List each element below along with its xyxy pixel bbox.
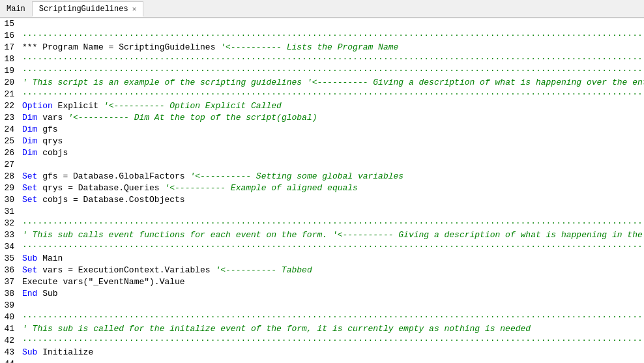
- code-line: 26Dim cobjs: [0, 147, 644, 159]
- tab-scripting-label: ScriptingGuidelines: [39, 5, 128, 14]
- line-content: Set cobjs = Database.CostObjects: [20, 194, 644, 206]
- tab-bar: Main ScriptingGuidelines ✕: [0, 0, 644, 18]
- line-number: 29: [0, 182, 20, 194]
- line-content: Set gfs = Database.GlobalFactors '<-----…: [20, 171, 644, 182]
- code-line: 38End Sub: [0, 288, 644, 300]
- code-line: 44: [0, 358, 644, 363]
- line-content: ' This script is an example of the scrip…: [20, 77, 644, 89]
- code-line: 35Sub Main: [0, 253, 644, 265]
- code-token: End: [22, 289, 37, 298]
- code-line: 21······································…: [0, 89, 644, 100]
- line-number: 23: [0, 112, 20, 124]
- code-token: vars = ExecutionContext.Variables: [37, 265, 210, 275]
- line-number: 19: [0, 65, 20, 77]
- code-token: qrys = Database.Queries: [37, 183, 159, 193]
- code-token: '<---------- Lists the Program Name: [215, 42, 398, 52]
- code-line: 43Sub Initialize: [0, 347, 644, 358]
- line-content: Set qrys = Database.Queries '<----------…: [20, 182, 644, 194]
- code-line: 42······································…: [0, 335, 644, 347]
- code-line: 15: [0, 18, 644, 30]
- line-number: 40: [0, 312, 20, 323]
- code-line: 16······································…: [0, 30, 644, 42]
- line-number: 44: [0, 358, 20, 363]
- line-content: ' This sub calls event functions for eac…: [20, 229, 644, 241]
- line-number: 21: [0, 89, 20, 100]
- line-content: ········································…: [20, 335, 644, 347]
- code-token: Initialize: [37, 347, 93, 357]
- line-content: Dim vars '<---------- Dim At the top of …: [20, 112, 644, 124]
- code-line: 30Set cobjs = Database.CostObjects: [0, 194, 644, 206]
- code-line: 18······································…: [0, 53, 644, 65]
- code-line: 31: [0, 206, 644, 218]
- line-number: 32: [0, 218, 20, 229]
- code-line: 32······································…: [0, 218, 644, 229]
- code-token: Explicit: [53, 101, 98, 111]
- code-line: 40······································…: [0, 312, 644, 323]
- code-line: 19······································…: [0, 65, 644, 77]
- code-line: 25Dim qrys: [0, 136, 644, 147]
- code-token: '<---------- Giving a description of wha…: [302, 78, 644, 87]
- line-content: End Sub: [20, 288, 644, 300]
- code-line: 28Set gfs = Database.GlobalFactors '<---…: [0, 171, 644, 182]
- line-number: 31: [0, 206, 20, 218]
- line-number: 18: [0, 53, 20, 65]
- line-content: ········································…: [20, 89, 644, 100]
- code-token: Dim: [22, 124, 37, 134]
- code-token: ' This sub is called for the initalize e…: [22, 324, 531, 334]
- line-number: 25: [0, 136, 20, 147]
- code-token: Dim: [22, 113, 37, 123]
- line-number: 38: [0, 288, 20, 300]
- code-token: Dim: [22, 136, 37, 146]
- code-line: 41' This sub is called for the initalize…: [0, 323, 644, 335]
- line-number: 39: [0, 300, 20, 312]
- code-line: 24Dim gfs: [0, 124, 644, 136]
- line-number: 15: [0, 18, 20, 30]
- code-line: 33' This sub calls event functions for e…: [0, 229, 644, 241]
- code-line: 29Set qrys = Database.Queries '<--------…: [0, 182, 644, 194]
- tab-scripting[interactable]: ScriptingGuidelines ✕: [32, 1, 143, 17]
- code-token: Set: [22, 195, 37, 205]
- code-token: Set: [22, 265, 37, 275]
- code-token: ' This script is an example of the scrip…: [22, 78, 302, 87]
- line-number: 16: [0, 30, 20, 42]
- line-content: Sub Main: [20, 253, 644, 265]
- tab-main[interactable]: Main: [0, 1, 32, 17]
- code-token: '<---------- Setting some global variabl…: [185, 171, 403, 181]
- code-token: Sub: [22, 347, 37, 357]
- code-line: 27: [0, 159, 644, 171]
- code-token: '<---------- Example of aligned equals: [160, 183, 358, 193]
- code-line: 39: [0, 300, 644, 312]
- line-number: 30: [0, 194, 20, 206]
- line-number: 26: [0, 147, 20, 159]
- code-token: Set: [22, 171, 37, 181]
- code-token: *** Program Name = ScriptingGuidelines: [22, 42, 215, 52]
- code-token: cobjs = Database.CostObjects: [37, 195, 184, 205]
- line-content: Dim qrys: [20, 136, 644, 147]
- line-content: Dim gfs: [20, 124, 644, 136]
- code-token: ' This sub calls event functions for eac…: [22, 230, 327, 240]
- code-token: Execute vars("_EventName").Value: [22, 277, 185, 287]
- code-token: cobjs: [37, 148, 68, 158]
- code-line: 20' This script is an example of the scr…: [0, 77, 644, 89]
- line-number: 33: [0, 229, 20, 241]
- code-line: 17*** Program Name = ScriptingGuidelines…: [0, 42, 644, 53]
- line-content: ' This sub is called for the initalize e…: [20, 323, 644, 335]
- code-token: '<---------- Giving a description of wha…: [327, 230, 644, 240]
- line-number: 34: [0, 241, 20, 253]
- code-token: '<---------- Dim At the top of the scrip…: [63, 113, 317, 123]
- line-content: Sub Initialize: [20, 347, 644, 358]
- code-token: qrys: [37, 136, 63, 146]
- line-number: 42: [0, 335, 20, 347]
- tab-close-icon[interactable]: ✕: [132, 5, 137, 13]
- line-content: ········································…: [20, 30, 644, 42]
- line-content: *** Program Name = ScriptingGuidelines '…: [20, 42, 644, 53]
- code-line: 34······································…: [0, 241, 644, 253]
- line-content: Option Explicit '<---------- Option Expl…: [20, 100, 644, 112]
- code-line: 37 Execute vars("_EventName").Value: [0, 276, 644, 288]
- code-token: Dim: [22, 148, 37, 158]
- line-number: 37: [0, 276, 20, 288]
- line-content: ········································…: [20, 312, 644, 323]
- line-content: ········································…: [20, 53, 644, 65]
- code-token: Sub: [22, 254, 37, 263]
- code-token: Set: [22, 183, 37, 193]
